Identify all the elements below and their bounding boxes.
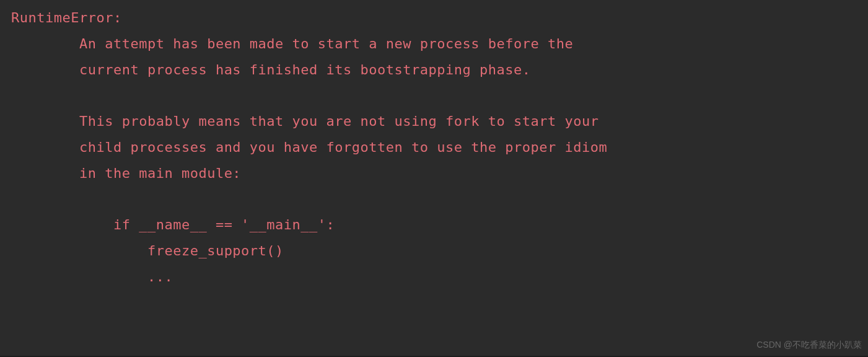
error-title: RuntimeError: [11,5,857,31]
error-body: An attempt has been made to start a new … [11,31,857,290]
watermark-text: CSDN @不吃香菜的小趴菜 [756,337,862,353]
